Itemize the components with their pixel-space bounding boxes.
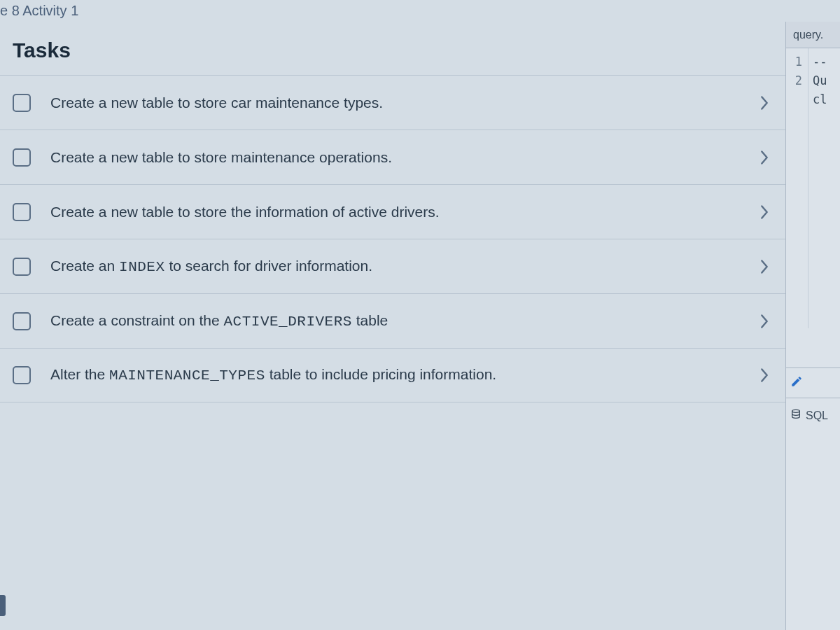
breadcrumb: e 8 Activity 1 [0, 0, 840, 22]
task-checkbox[interactable] [13, 258, 31, 276]
chevron-right-icon[interactable] [752, 200, 777, 225]
task-item[interactable]: Alter the MAINTENANCE_TYPES table to inc… [0, 348, 785, 402]
chevron-right-icon[interactable] [752, 145, 777, 170]
code-area[interactable]: -- Qu cl [808, 48, 827, 328]
task-item[interactable]: Create an INDEX to search for driver inf… [0, 239, 785, 293]
tasks-panel: Tasks Create a new table to store car ma… [0, 22, 785, 630]
task-checkbox[interactable] [13, 203, 31, 221]
svg-point-0 [792, 410, 800, 412]
database-icon [790, 408, 802, 424]
editor-panel: query. 1 2 -- Qu cl SQL [785, 22, 840, 630]
task-item[interactable]: Create a new table to store the informat… [0, 184, 785, 239]
chevron-right-icon[interactable] [752, 309, 777, 334]
task-label: Create a new table to store the informat… [50, 188, 752, 236]
editor-toolbar [786, 368, 840, 398]
task-checkbox[interactable] [13, 94, 31, 112]
chevron-right-icon[interactable] [752, 363, 777, 388]
tasks-heading: Tasks [0, 22, 785, 75]
editor-gutter: 1 2 [786, 48, 808, 328]
task-checkbox[interactable] [13, 366, 31, 384]
task-item[interactable]: Create a constraint on the ACTIVE_DRIVER… [0, 293, 785, 348]
task-label: Create an INDEX to search for driver inf… [50, 242, 752, 291]
task-item[interactable]: Create a new table to store maintenance … [0, 130, 785, 184]
task-item[interactable]: Create a new table to store car maintena… [0, 75, 785, 130]
left-edge-indicator [0, 595, 6, 616]
task-checkbox[interactable] [13, 312, 31, 330]
editor-tab[interactable]: query. [786, 22, 840, 48]
task-label: Alter the MAINTENANCE_TYPES table to inc… [50, 351, 752, 400]
chevron-right-icon[interactable] [752, 254, 777, 279]
sql-label: SQL [806, 410, 828, 422]
task-label: Create a new table to store car maintena… [50, 79, 752, 127]
main-layout: Tasks Create a new table to store car ma… [0, 22, 840, 630]
task-label: Create a constraint on the ACTIVE_DRIVER… [50, 297, 752, 346]
task-checkbox[interactable] [13, 148, 31, 167]
pencil-icon[interactable] [790, 375, 803, 391]
task-list: Create a new table to store car maintena… [0, 75, 785, 402]
editor-body: 1 2 -- Qu cl [786, 48, 840, 328]
task-label: Create a new table to store maintenance … [50, 134, 752, 181]
chevron-right-icon[interactable] [752, 90, 777, 115]
sql-badge[interactable]: SQL [790, 408, 828, 424]
